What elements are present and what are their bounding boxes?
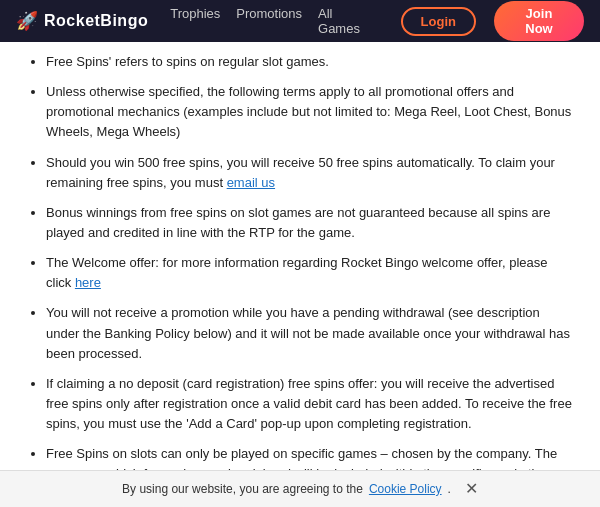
nav-trophies[interactable]: Trophies (170, 6, 220, 36)
content-area: Free Spins' refers to spins on regular s… (0, 42, 600, 507)
login-button[interactable]: Login (401, 7, 476, 36)
cookie-period: . (448, 482, 451, 496)
item-text: You will not receive a promotion while y… (46, 305, 570, 360)
logo-text: RocketBingo (44, 12, 148, 30)
nav-all-games[interactable]: All Games (318, 6, 365, 36)
item-text: Free Spins' refers to spins on regular s… (46, 54, 329, 69)
terms-list: Free Spins' refers to spins on regular s… (24, 52, 576, 507)
list-item: Free Spins' refers to spins on regular s… (46, 52, 576, 72)
item-text: The Welcome offer: for more information … (46, 255, 547, 290)
list-item: The Welcome offer: for more information … (46, 253, 576, 293)
item-text: If claiming a no deposit (card registrat… (46, 376, 572, 431)
logo-area: 🚀 RocketBingo (16, 10, 148, 32)
join-button[interactable]: Join Now (494, 1, 584, 41)
cookie-banner: By using our website, you are agreeing t… (0, 470, 600, 507)
rocket-icon: 🚀 (16, 10, 38, 32)
header: 🚀 RocketBingo Trophies Promotions All Ga… (0, 0, 600, 42)
list-item: You will not receive a promotion while y… (46, 303, 576, 363)
list-item: Bonus winnings from free spins on slot g… (46, 203, 576, 243)
item-text: Bonus winnings from free spins on slot g… (46, 205, 550, 240)
nav-links: Trophies Promotions All Games (170, 6, 364, 36)
list-item: Should you win 500 free spins, you will … (46, 153, 576, 193)
cookie-close-button[interactable]: ✕ (465, 481, 478, 497)
nav-promotions[interactable]: Promotions (236, 6, 302, 36)
item-text: Should you win 500 free spins, you will … (46, 155, 555, 190)
here-link[interactable]: here (75, 275, 101, 290)
list-item: If claiming a no deposit (card registrat… (46, 374, 576, 434)
cookie-text: By using our website, you are agreeing t… (122, 482, 363, 496)
email-us-link[interactable]: email us (227, 175, 275, 190)
cookie-policy-link[interactable]: Cookie Policy (369, 482, 442, 496)
item-text: Unless otherwise specified, the followin… (46, 84, 571, 139)
list-item: Unless otherwise specified, the followin… (46, 82, 576, 142)
